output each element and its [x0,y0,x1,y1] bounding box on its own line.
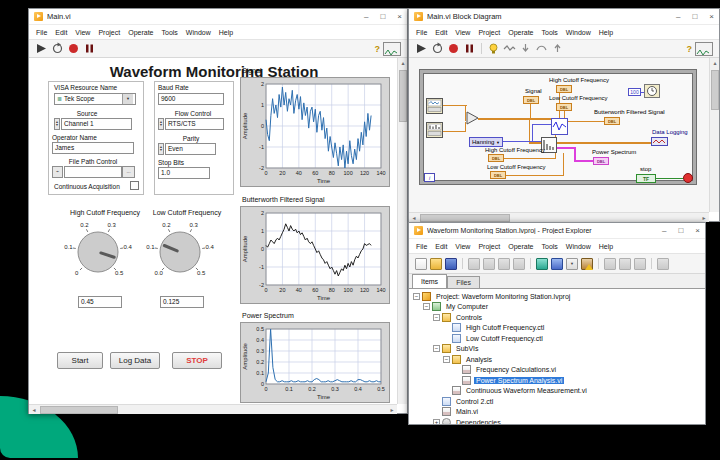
resolve-conflicts-icon[interactable] [551,258,563,270]
undo-icon[interactable] [619,258,631,270]
menu-view[interactable]: View [451,243,474,250]
menu-tools[interactable]: Tools [537,29,561,36]
menu-window[interactable]: Window [182,29,215,36]
tree-expander-icon[interactable]: − [433,345,440,352]
tree-item-controls[interactable]: −Controls [409,312,705,323]
close-button[interactable]: × [397,13,402,21]
menu-project[interactable]: Project [474,29,504,36]
instrument-io-icon[interactable] [426,122,443,138]
tree-item-power-spectrum-analysis-vi[interactable]: Power Spectrum Analysis.vi [409,375,705,386]
minimize-button[interactable]: – [676,13,680,21]
run-continuous-button[interactable] [51,42,64,55]
minimize-button[interactable]: – [662,227,666,235]
chevron-down-icon[interactable]: ▼ [122,94,133,104]
log-data-button[interactable]: Log Data [110,352,160,369]
build-icon[interactable] [581,258,593,270]
file-path-control[interactable]: ⌁ ... [52,166,136,178]
tree-item-subvis[interactable]: −SubVIs [409,344,705,355]
paste-icon[interactable] [498,258,510,270]
power-spectrum-terminal[interactable]: DBL [593,157,609,165]
menu-file[interactable]: File [412,243,431,250]
context-help-icon[interactable]: ? [375,44,381,54]
run-project-icon[interactable] [657,258,669,270]
step-out-icon[interactable] [551,42,564,55]
run-button[interactable] [415,42,428,55]
menu-tools[interactable]: Tools [537,243,561,250]
titlebar[interactable]: Main.vi Block Diagram – □ × [409,9,719,25]
menu-operate[interactable]: Operate [504,29,537,36]
increment-decrement-icon[interactable]: ▲▼ [158,118,164,130]
butterworth-terminal[interactable]: DBL [604,117,620,125]
stop-bits-field[interactable]: 1.0 [158,167,210,179]
step-over-icon[interactable] [535,42,548,55]
low-cutoff-indicator-terminal[interactable]: DBL [556,103,572,111]
delete-icon[interactable] [513,258,525,270]
tree-item-low-cutoff-frequency-ctl[interactable]: Low Cutoff Frequency.ctl [409,333,705,344]
menu-help[interactable]: Help [215,29,237,36]
low-cutoff-control-terminal[interactable]: DBL [490,171,506,179]
pause-button[interactable] [83,42,96,55]
menu-operate[interactable]: Operate [124,29,157,36]
wait-ms-constant[interactable]: 100 [628,88,641,96]
copy-icon[interactable] [483,258,495,270]
parity-control[interactable]: ▲▼ Even [158,143,216,155]
stop-terminal[interactable]: TF [636,174,656,183]
minimize-button[interactable]: – [364,13,368,21]
high-cutoff-value[interactable]: 0.45 [78,296,122,308]
menu-view[interactable]: View [71,29,94,36]
tree-item-frequency-calculations-vi[interactable]: Frequency Calculations.vi [409,365,705,376]
menu-file[interactable]: File [32,29,51,36]
source-control[interactable]: ▲▼ Channel 1 [54,118,132,130]
redo-icon[interactable] [634,258,646,270]
close-button[interactable]: × [709,13,714,21]
tree-item-analysis[interactable]: −Analysis [409,354,705,365]
refresh-icon[interactable] [536,258,548,270]
increment-decrement-icon[interactable]: ▲▼ [54,118,60,130]
save-all-icon[interactable] [445,258,457,270]
tree-item-project-waveform-monitoring-station-lvproj[interactable]: −Project: Waveform Monitoring Station.lv… [409,291,705,302]
maximize-button[interactable]: □ [678,227,683,235]
menu-window[interactable]: Window [562,29,595,36]
menu-view[interactable]: View [451,29,474,36]
file-path-value[interactable] [64,166,122,178]
data-logging-terminal[interactable] [651,137,668,146]
filter-express-vi[interactable] [551,118,568,135]
window-enum-constant[interactable]: Hanning▼ [469,137,503,147]
tree-item-my-computer[interactable]: −My Computer [409,302,705,313]
menu-help[interactable]: Help [595,243,617,250]
scroll-up-icon[interactable]: ▴ [398,58,408,68]
open-project-icon[interactable] [430,258,442,270]
continuous-acquisition-checkbox[interactable] [130,181,139,190]
visa-resource-combo[interactable]: ≣Tek Scope▼ [54,93,136,105]
scroll-up-icon[interactable]: ▴ [710,58,720,68]
abort-button[interactable] [447,42,460,55]
close-button[interactable]: × [695,227,700,235]
deploy-icon[interactable] [604,258,616,270]
start-button[interactable]: Start [57,352,103,369]
horizontal-scrollbar[interactable]: ◂ ▸ [29,404,397,414]
retain-wire-values-icon[interactable] [503,42,516,55]
maximize-button[interactable]: □ [692,13,697,21]
low-cutoff-knob[interactable]: 0.00.10.20.30.40.5 [132,220,228,290]
titlebar[interactable]: Waveform Monitoring Station.lvproj - Pro… [409,223,705,239]
tree-expander-icon[interactable]: − [443,356,450,363]
tree-item-control-2-ctl[interactable]: Control 2.ctl [409,396,705,407]
horizontal-scrollbar[interactable]: ◂ ▸ [409,212,709,222]
run-button[interactable] [35,42,48,55]
baud-rate-field[interactable]: 9600 [158,93,224,105]
scroll-right-icon[interactable]: ▸ [387,405,397,415]
titlebar[interactable]: Main.vi – □ × [29,9,407,25]
menu-help[interactable]: Help [595,29,617,36]
scroll-left-icon[interactable]: ◂ [29,405,39,415]
browse-button[interactable]: ... [122,166,135,178]
tree-expander-icon[interactable]: + [433,419,440,424]
loop-condition-terminal[interactable] [683,173,693,183]
wait-until-next-ms-node[interactable] [644,84,660,98]
step-into-icon[interactable] [519,42,532,55]
menu-tools[interactable]: Tools [157,29,181,36]
menu-edit[interactable]: Edit [431,243,451,250]
signal-terminal[interactable]: DBL [523,96,539,104]
run-continuous-button[interactable] [431,42,444,55]
merge-signals-node[interactable] [466,111,479,125]
new-file-icon[interactable] [415,258,427,270]
